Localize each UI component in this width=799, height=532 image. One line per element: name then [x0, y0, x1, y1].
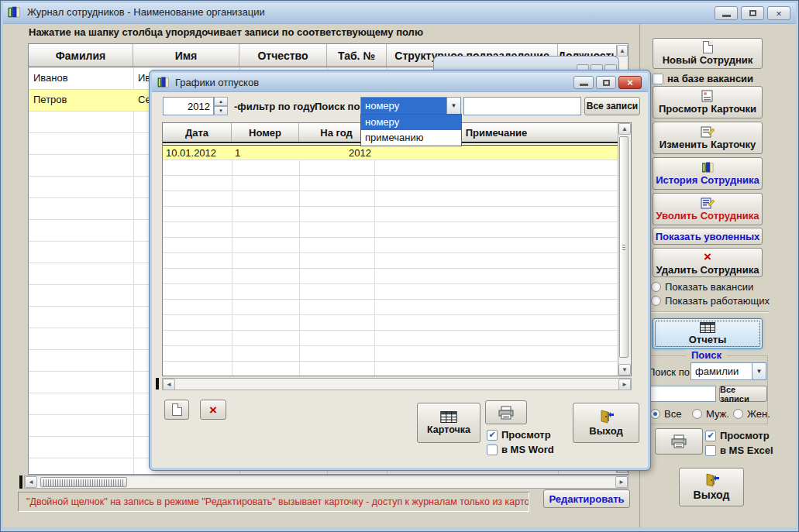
dialog-close-button[interactable]: × — [618, 76, 642, 89]
red-x-icon: × — [209, 403, 217, 417]
column-header-surname[interactable]: Фамилия — [29, 44, 133, 67]
employee-history-label: История Сотрудника — [656, 174, 759, 186]
excel-checkbox[interactable]: в MS Excel — [705, 444, 773, 456]
cell-number: 1 — [232, 146, 299, 160]
column-header-name[interactable]: Имя — [133, 44, 239, 67]
arrow-left-icon: ◄ — [28, 479, 34, 486]
dialog-minimize-button[interactable] — [573, 76, 594, 89]
radio-icon — [651, 296, 661, 306]
dropdown-option-number[interactable]: номеру — [361, 115, 461, 130]
filter-female-label: Жен. — [747, 408, 770, 420]
arrow-down-icon: ▼ — [219, 108, 223, 113]
search-field-dropdown-list: номеру примечанию — [360, 114, 462, 146]
exit-button[interactable]: Выход — [679, 468, 744, 506]
printer-icon — [670, 434, 687, 448]
checkbox-unchecked-icon — [487, 444, 498, 455]
column-header-tabno[interactable]: Таб. № — [327, 44, 387, 67]
scroll-left-button[interactable]: ◄ — [25, 476, 37, 488]
delete-record-button[interactable]: × — [200, 400, 226, 420]
view-card-button[interactable]: Просмотр Карточки — [653, 86, 763, 118]
close-icon: × — [776, 9, 782, 19]
schedule-row-selected[interactable]: 10.01.2012 1 2012 — [163, 145, 618, 160]
delete-employee-button[interactable]: × Удалить Сотрудника — [653, 248, 763, 277]
maximize-button[interactable] — [741, 6, 764, 20]
show-working-radio[interactable]: Показать работающих — [651, 295, 770, 307]
column-header-patronymic[interactable]: Отчество — [239, 44, 327, 67]
year-input[interactable] — [163, 97, 214, 115]
main-horizontal-scrollbar[interactable]: ◄ ► — [24, 475, 629, 489]
filter-male-label: Муж. — [706, 408, 729, 420]
new-record-button[interactable] — [164, 400, 189, 420]
search-groupbox: Поиск Поиск по фамилии ▼ Все записи Все … — [645, 355, 768, 424]
close-button[interactable]: × — [767, 6, 790, 20]
h-scrollbar-thumb[interactable] — [40, 477, 127, 487]
dialog-exit-label: Выход — [589, 425, 622, 437]
all-records-button[interactable]: Все записи — [719, 386, 767, 402]
combo-arrow-button[interactable]: ▼ — [446, 98, 460, 114]
background-window-titlebar[interactable] — [433, 56, 619, 70]
dialog-horizontal-scrollbar[interactable]: ◄ ► — [162, 378, 632, 390]
new-employee-label: Новый Сотрудник — [663, 54, 753, 66]
exit-door-icon — [598, 410, 614, 424]
edit-mode-button[interactable]: Редактировать — [543, 489, 630, 508]
spinner-up-button[interactable]: ▲ — [214, 97, 228, 106]
minimize-button[interactable] — [715, 6, 738, 20]
word-checkbox[interactable]: в MS Word — [487, 444, 554, 455]
dialog-vertical-scrollbar[interactable]: ▲ ▼ — [618, 123, 631, 376]
scroll-right-button[interactable]: ► — [615, 476, 628, 488]
search-field-combobox[interactable]: фамилии ▼ — [691, 362, 766, 380]
window-title: Журнал сотрудников - Наименование органи… — [27, 6, 265, 18]
edit-card-button[interactable]: Изменить Карточку — [653, 122, 763, 154]
reports-button[interactable]: Отчеты — [653, 318, 763, 349]
arrow-up-icon: ▲ — [219, 99, 223, 104]
show-dismissed-label: Показать уволенных — [656, 231, 760, 242]
grid-line — [133, 68, 134, 474]
thumb-grip — [43, 479, 124, 486]
v-scrollbar-thumb[interactable] — [619, 136, 629, 358]
filter-all-radio[interactable]: Все — [650, 408, 681, 420]
scroll-left-button[interactable]: ◄ — [163, 379, 175, 390]
vacancy-basis-label: на базе вакансии — [667, 73, 753, 84]
spinner-down-button[interactable]: ▼ — [214, 106, 228, 115]
scroll-up-button[interactable]: ▲ — [618, 123, 631, 135]
scroll-down-button[interactable]: ▼ — [618, 364, 631, 376]
filter-female-radio[interactable]: Жен. — [733, 408, 770, 420]
preview-label: Просмотр — [720, 430, 770, 441]
scroll-up-button[interactable]: ▲ — [617, 45, 628, 57]
column-header-date[interactable]: Дата — [163, 123, 232, 142]
cell-date: 10.01.2012 — [163, 146, 232, 160]
view-card-icon — [701, 90, 715, 102]
show-dismissed-button[interactable]: Показать уволенных — [653, 228, 763, 245]
dialog-title: Графики отпусков — [175, 77, 259, 88]
employee-history-button[interactable]: История Сотрудника — [653, 157, 763, 190]
view-card-label: Просмотр Карточки — [659, 103, 756, 115]
new-employee-button[interactable]: Новый Сотрудник — [653, 38, 763, 69]
dropdown-option-note[interactable]: примечанию — [361, 130, 461, 146]
dialog-print-button[interactable] — [485, 400, 527, 424]
scroll-right-button[interactable]: ► — [618, 379, 631, 390]
dismiss-icon — [701, 197, 715, 209]
show-vacancies-radio[interactable]: Показать вакансии — [651, 281, 753, 293]
dialog-search-input[interactable] — [463, 97, 581, 115]
chevron-down-icon: ▼ — [756, 368, 763, 375]
column-header-number[interactable]: Номер — [232, 123, 299, 142]
dialog-all-records-button[interactable]: Все записи — [584, 97, 640, 115]
vacancy-basis-checkbox[interactable]: на базе вакансии — [653, 73, 753, 84]
search-field-value: фамилии — [691, 363, 752, 379]
dialog-maximize-button[interactable] — [596, 76, 616, 89]
filter-male-radio[interactable]: Муж. — [692, 408, 729, 420]
app-window: Журнал сотрудников - Наименование органи… — [0, 0, 799, 532]
show-vacancies-label: Показать вакансии — [665, 281, 753, 293]
dismiss-employee-button[interactable]: Уволить Сотрудника — [653, 193, 763, 225]
dialog-search-combobox[interactable]: номеру ▼ — [360, 97, 461, 115]
preview-checkbox[interactable]: ✔ Просмотр — [705, 430, 770, 441]
edit-card-label: Изменить Карточку — [660, 139, 756, 150]
filter-all-label: Все — [664, 408, 681, 420]
dialog-exit-button[interactable]: Выход — [573, 403, 639, 443]
print-button[interactable] — [655, 428, 703, 455]
word-label: в MS Word — [501, 444, 554, 455]
card-button[interactable]: Карточка — [417, 403, 480, 443]
dialog-preview-checkbox[interactable]: ✔ Просмотр — [487, 429, 551, 441]
combo-arrow-button[interactable]: ▼ — [752, 363, 766, 379]
search-input[interactable] — [648, 386, 716, 402]
